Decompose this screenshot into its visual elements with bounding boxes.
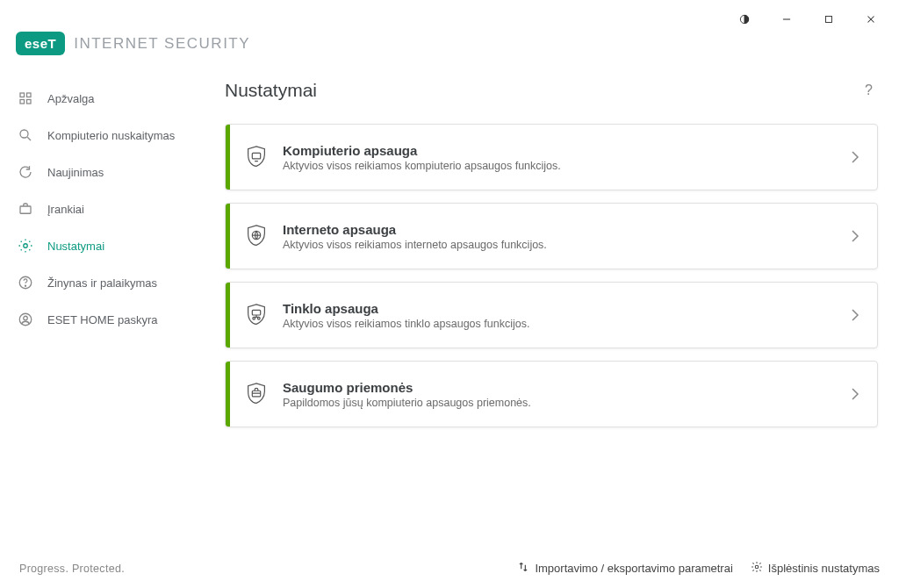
sidebar-item-label: Kompiuterio nuskaitymas [47, 129, 175, 142]
footer: Progress. Protected. Importavimo / ekspo… [0, 550, 899, 588]
sidebar-item-tools[interactable]: Įrankiai [0, 190, 211, 227]
sidebar-item-overview[interactable]: Apžvalga [0, 80, 211, 117]
card-title: Tinklo apsauga [283, 301, 833, 316]
card-title: Interneto apsauga [283, 222, 833, 237]
theme-toggle-icon[interactable] [734, 9, 755, 30]
svg-rect-11 [20, 206, 31, 213]
close-button[interactable] [860, 9, 881, 30]
grid-icon [18, 90, 33, 106]
sidebar-item-settings[interactable]: Nustatymai [0, 227, 211, 264]
chevron-right-icon [833, 229, 877, 243]
shield-monitor-icon [230, 144, 283, 170]
card-network-protection[interactable]: Tinklo apsauga Aktyvios visos reikiamos … [225, 282, 878, 348]
sidebar-item-update[interactable]: Naujinimas [0, 154, 211, 190]
footer-tagline: Progress. Protected. [19, 563, 125, 575]
chevron-right-icon [833, 308, 877, 322]
footer-link-label: Išplėstinis nustatymas [768, 562, 880, 575]
card-subtitle: Aktyvios visos reikiamos kompiuterio aps… [283, 160, 833, 172]
sidebar-item-label: ESET HOME paskyra [47, 313, 157, 326]
sidebar-item-label: Nustatymai [47, 240, 104, 253]
transfer-icon [517, 561, 529, 576]
search-icon [18, 127, 33, 143]
svg-rect-2 [826, 17, 832, 23]
context-help-icon[interactable]: ? [859, 82, 878, 98]
sidebar-item-label: Apžvalga [47, 92, 94, 105]
shield-network-icon [230, 302, 283, 328]
svg-point-27 [755, 565, 759, 569]
minimize-button[interactable] [776, 9, 797, 30]
gear-icon [18, 238, 33, 254]
svg-point-16 [24, 316, 28, 320]
card-subtitle: Aktyvios visos reikiamos interneto apsau… [283, 239, 833, 251]
card-subtitle: Papildomos jūsų kompiuterio apsaugos pri… [283, 397, 833, 409]
svg-point-12 [24, 244, 28, 248]
refresh-icon [18, 164, 33, 180]
sidebar-item-label: Įrankiai [47, 203, 84, 216]
svg-rect-8 [27, 100, 32, 104]
card-computer-protection[interactable]: Kompiuterio apsauga Aktyvios visos reiki… [225, 124, 878, 190]
card-title: Kompiuterio apsauga [283, 143, 833, 158]
maximize-button[interactable] [818, 9, 839, 30]
svg-line-10 [27, 137, 31, 140]
shield-globe-icon [230, 223, 283, 249]
footer-link-label: Importavimo / eksportavimo parametrai [535, 562, 732, 575]
page-title: Nustatymai [225, 80, 317, 101]
sidebar-item-label: Naujinimas [47, 166, 104, 179]
product-name: INTERNET SECURITY [74, 35, 250, 53]
main-content: Nustatymai ? Kompiuterio apsauga Aktyvio… [211, 69, 899, 550]
app-header: eseT INTERNET SECURITY [0, 28, 899, 69]
gear-icon [751, 561, 763, 576]
svg-rect-6 [27, 93, 32, 97]
sidebar: Apžvalga Kompiuterio nuskaitymas Naujini… [0, 69, 211, 550]
svg-point-14 [25, 285, 25, 286]
advanced-settings-link[interactable]: Išplėstinis nustatymas [751, 561, 880, 576]
user-icon [18, 312, 33, 327]
briefcase-icon [18, 201, 33, 217]
shield-toolbox-icon [230, 381, 283, 407]
sidebar-item-scan[interactable]: Kompiuterio nuskaitymas [0, 117, 211, 154]
svg-rect-7 [20, 100, 25, 104]
help-icon [18, 275, 33, 290]
card-title: Saugumo priemonės [283, 380, 833, 395]
svg-rect-20 [252, 310, 260, 315]
sidebar-item-help[interactable]: Žinynas ir palaikymas [0, 264, 211, 301]
svg-rect-5 [20, 93, 25, 97]
svg-point-9 [20, 130, 28, 138]
chevron-right-icon [833, 150, 877, 164]
card-internet-protection[interactable]: Interneto apsauga Aktyvios visos reikiam… [225, 203, 878, 269]
import-export-link[interactable]: Importavimo / eksportavimo parametrai [517, 561, 732, 576]
sidebar-item-label: Žinynas ir palaikymas [47, 276, 157, 290]
brand-logo: eseT [16, 32, 65, 55]
card-security-tools[interactable]: Saugumo priemonės Papildomos jūsų kompiu… [225, 361, 878, 427]
sidebar-item-account[interactable]: ESET HOME paskyra [0, 301, 211, 338]
chevron-right-icon [833, 387, 877, 401]
card-subtitle: Aktyvios visos reikiamos tinklo apsaugos… [283, 318, 833, 330]
svg-rect-17 [252, 153, 260, 159]
